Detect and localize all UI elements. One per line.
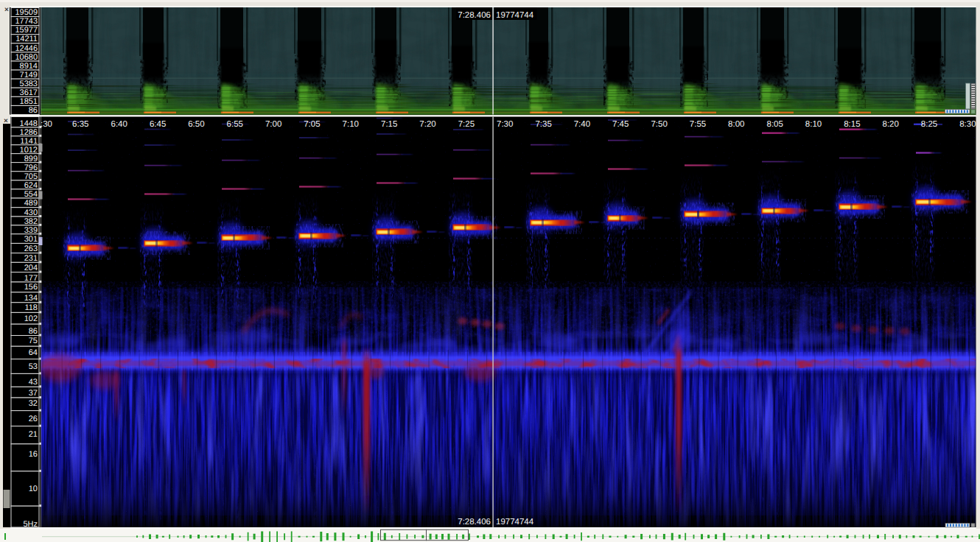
svg-text:7:00: 7:00 (265, 120, 281, 129)
svg-text:15977: 15977 (15, 26, 38, 35)
svg-text:489: 489 (24, 199, 38, 208)
svg-text:14211: 14211 (15, 35, 38, 43)
svg-text:624: 624 (24, 181, 38, 190)
svg-text:26: 26 (29, 415, 38, 423)
svg-text:177: 177 (24, 274, 38, 283)
svg-text:301: 301 (24, 235, 38, 244)
svg-text:231: 231 (24, 254, 38, 263)
svg-text:339: 339 (24, 226, 38, 235)
svg-text:7:45: 7:45 (612, 120, 629, 129)
svg-text:7:28.406: 7:28.406 (458, 11, 491, 20)
svg-text:705: 705 (24, 172, 38, 181)
svg-text:6:45: 6:45 (150, 120, 166, 129)
svg-text:7:55: 7:55 (690, 120, 706, 129)
svg-text:430: 430 (24, 208, 38, 217)
svg-text:10: 10 (29, 485, 38, 493)
svg-text:19509: 19509 (15, 8, 38, 17)
svg-text:1286: 1286 (20, 128, 38, 137)
svg-text:5383: 5383 (20, 80, 38, 88)
svg-text:7:20: 7:20 (419, 120, 435, 129)
svg-text:7:50: 7:50 (651, 120, 667, 129)
svg-text:86: 86 (29, 327, 38, 336)
svg-text:204: 204 (24, 264, 38, 272)
svg-text:32: 32 (29, 399, 38, 408)
svg-text:75: 75 (29, 337, 38, 345)
svg-text:8:10: 8:10 (805, 120, 822, 129)
svg-text:8914: 8914 (20, 62, 38, 71)
svg-text:899: 899 (24, 155, 38, 163)
svg-text:382: 382 (24, 217, 38, 226)
svg-text:8:05: 8:05 (767, 120, 783, 129)
svg-text:6:55: 6:55 (227, 120, 243, 129)
svg-text:3617: 3617 (20, 88, 38, 97)
svg-text:53: 53 (29, 362, 38, 371)
svg-text:12446: 12446 (15, 44, 38, 53)
svg-text:37: 37 (29, 389, 38, 398)
svg-text:7:28.406: 7:28.406 (458, 518, 491, 527)
svg-text:5Hz: 5Hz (23, 520, 38, 529)
svg-text:7:05: 7:05 (304, 120, 320, 129)
svg-text:1851: 1851 (20, 97, 38, 106)
svg-text:6:35: 6:35 (72, 120, 88, 129)
svg-text:×: × (4, 6, 9, 14)
svg-text:1448: 1448 (20, 119, 38, 128)
svg-text:7:10: 7:10 (343, 120, 359, 129)
svg-text:796: 796 (24, 163, 38, 172)
svg-text:118: 118 (24, 303, 38, 312)
svg-text:8:15: 8:15 (844, 120, 860, 129)
svg-text:7:40: 7:40 (574, 120, 590, 129)
svg-text:17743: 17743 (15, 17, 38, 26)
svg-text:8:20: 8:20 (883, 120, 899, 129)
svg-text:19774744: 19774744 (496, 11, 534, 20)
svg-text:7:25: 7:25 (458, 120, 475, 129)
svg-text:64: 64 (29, 348, 38, 357)
svg-text:7:35: 7:35 (535, 120, 551, 129)
svg-text:10680: 10680 (15, 53, 38, 62)
svg-text:263: 263 (24, 244, 38, 253)
svg-text:7:15: 7:15 (381, 120, 397, 129)
svg-text:21: 21 (29, 430, 38, 439)
svg-text:8:25: 8:25 (921, 120, 937, 129)
svg-text:8:30: 8:30 (959, 120, 976, 129)
svg-text:8:00: 8:00 (728, 120, 744, 129)
svg-text:1012: 1012 (20, 146, 38, 155)
svg-text:156: 156 (24, 283, 38, 292)
svg-text:19774744: 19774744 (496, 518, 534, 527)
svg-text:×: × (4, 117, 8, 125)
svg-text:43: 43 (29, 378, 38, 387)
svg-text::30: :30 (41, 120, 52, 129)
svg-text:554: 554 (24, 190, 38, 199)
svg-text:86: 86 (29, 106, 38, 115)
svg-text:102: 102 (24, 314, 38, 323)
svg-text:16: 16 (29, 450, 38, 459)
svg-text:7:30: 7:30 (497, 120, 513, 129)
svg-text:6:50: 6:50 (188, 120, 204, 129)
svg-text:7149: 7149 (20, 71, 38, 80)
svg-text:134: 134 (24, 294, 38, 303)
svg-text:1141: 1141 (20, 137, 38, 146)
svg-text:6:40: 6:40 (111, 120, 127, 129)
